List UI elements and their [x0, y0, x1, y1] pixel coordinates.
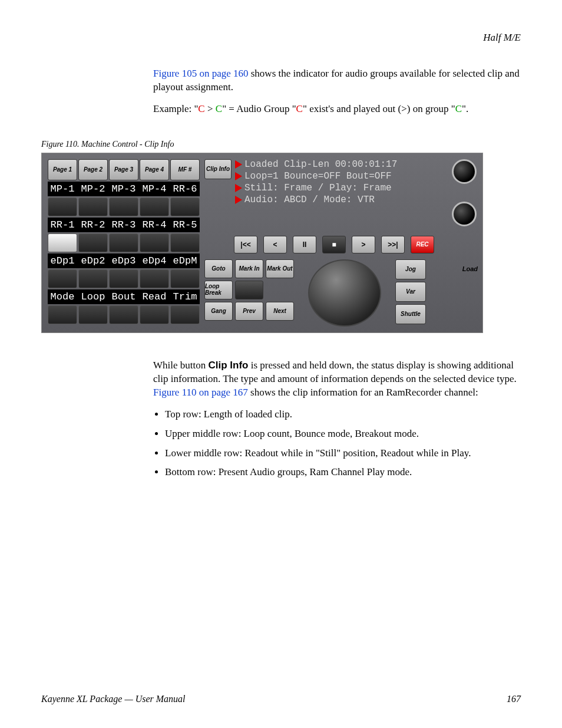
jog-button[interactable]: Jog [395, 259, 426, 279]
next-button[interactable]: Next [266, 302, 294, 321]
mf-button[interactable]: MF # [170, 159, 200, 180]
shuttle-button[interactable]: Shuttle [395, 304, 426, 324]
figure-caption: Figure 110. Machine Control - Clip Info [41, 140, 521, 149]
mode-button-row [48, 305, 200, 324]
clip-info-button[interactable]: Clip Info [204, 159, 232, 179]
blank-button[interactable] [235, 281, 263, 299]
row3-label: eDp3 [109, 255, 138, 266]
triangle-icon [235, 184, 242, 192]
row1-label: RR-6 [170, 183, 200, 195]
mp-4-button[interactable] [140, 197, 169, 216]
rr-6-button[interactable] [170, 197, 200, 216]
edp-1-button[interactable] [48, 269, 77, 288]
rr-4-button[interactable] [140, 233, 169, 252]
clip-line-1: Loaded Clip-Len 00:00:01:17 [244, 159, 397, 170]
control-grid: Goto Mark In Mark Out Loop Break Gang Pr… [204, 259, 477, 327]
mark-out-button[interactable]: Mark Out [266, 259, 294, 278]
figure-ref-link[interactable]: Figure 105 on page 160 [153, 68, 248, 79]
bout-button[interactable] [109, 305, 138, 324]
loop-break-button[interactable]: Loop Break [204, 281, 233, 299]
edp-4-button[interactable] [140, 269, 169, 288]
left-panel: Page 1 Page 2 Page 3 Page 4 MF # MP-1 MP… [48, 159, 200, 327]
page-footer: Kayenne XL Package — User Manual 167 [41, 694, 521, 704]
row4-label: Bout [109, 291, 138, 302]
p1-a: While button [153, 360, 208, 371]
back-button[interactable]: < [263, 236, 287, 253]
gt-sep: > [205, 103, 216, 114]
prev-button[interactable]: Prev [235, 302, 263, 321]
gang-button[interactable]: Gang [204, 302, 233, 321]
rr-1-button[interactable] [48, 233, 77, 252]
transport-controls: |<< < II ■ > >>| REC [234, 236, 477, 253]
rec-button[interactable]: REC [411, 236, 434, 253]
triangle-icon [235, 160, 242, 169]
c-red-2: C [296, 103, 303, 114]
pause-button[interactable]: II [293, 236, 316, 253]
mid2-text: " exist's and played out (>) on group " [303, 103, 455, 114]
row2-label: RR-2 [78, 219, 108, 230]
edp-3-button[interactable] [109, 269, 138, 288]
mid-text: " = Audio Group " [222, 103, 296, 114]
page-button-row: Page 1 Page 2 Page 3 Page 4 MF # [48, 159, 200, 180]
row1-label: MP-1 [48, 183, 77, 195]
page-2-button[interactable]: Page 2 [78, 159, 108, 180]
end-text: ". [462, 103, 468, 114]
row4-label: Trim [170, 291, 200, 302]
row3-label: eDp2 [78, 255, 108, 266]
row1-label: MP-3 [109, 183, 138, 195]
edp-button-row [48, 269, 200, 288]
page-4-button[interactable]: Page 4 [140, 159, 169, 180]
clip-status-display: Loaded Clip-Len 00:00:01:17 Loop=1 Bounc… [235, 159, 444, 226]
intro-block: Figure 105 on page 160 shows the indicat… [153, 67, 521, 116]
clip-info-bold: Clip Info [208, 360, 248, 371]
row2-label: RR-5 [170, 219, 200, 230]
row2-label: RR-1 [48, 219, 77, 230]
page-3-button[interactable]: Page 3 [109, 159, 138, 180]
row1-label: MP-4 [140, 183, 169, 195]
row3-label: eDp1 [48, 255, 77, 266]
edp-m-button[interactable] [170, 269, 200, 288]
c-green-2: C [455, 103, 462, 114]
rr-3-button[interactable] [109, 233, 138, 252]
c-red-1: C [198, 103, 204, 114]
mp-label-row: MP-1 MP-2 MP-3 MP-4 RR-6 [48, 182, 200, 196]
jog-wheel[interactable] [308, 259, 381, 327]
rewind-button[interactable]: |<< [234, 236, 257, 253]
clip-line-2: Loop=1 Bounce=OFF Bout=OFF [244, 171, 392, 182]
bullet-list: Top row: Length of loaded clip. Upper mi… [153, 408, 521, 480]
ffwd-button[interactable]: >>| [381, 236, 405, 253]
c-green-1: C [216, 103, 222, 114]
row4-label: Read [140, 291, 169, 302]
rr-5-button[interactable] [170, 233, 200, 252]
page-1-button[interactable]: Page 1 [48, 159, 77, 180]
rr-2-button[interactable] [78, 233, 108, 252]
figure-110-link[interactable]: Figure 110 on page 167 [153, 387, 248, 398]
mode-button[interactable] [48, 305, 77, 324]
machine-control-panel: Page 1 Page 2 Page 3 Page 4 MF # MP-1 MP… [41, 153, 483, 333]
p1-c: shows the clip information for an RamRec… [248, 387, 478, 398]
row3-label: eDpM [170, 255, 200, 266]
footer-title: Kayenne XL Package — User Manual [41, 694, 186, 704]
load-label: Load [462, 265, 478, 272]
top-knob[interactable] [452, 159, 477, 184]
play-button[interactable]: > [352, 236, 375, 253]
edp-2-button[interactable] [78, 269, 108, 288]
page-number: 167 [507, 694, 521, 704]
mp-3-button[interactable] [109, 197, 138, 216]
mark-in-button[interactable]: Mark In [235, 259, 263, 278]
second-knob[interactable] [452, 202, 477, 226]
clip-line-3: Still: Frame / Play: Frame [244, 183, 392, 193]
trim-button[interactable] [170, 305, 200, 324]
bullet-item: Bottom row: Present Audio groups, Ram Ch… [165, 466, 521, 479]
section-header: Half M/E [41, 32, 521, 44]
goto-button[interactable]: Goto [204, 259, 233, 278]
var-button[interactable]: Var [395, 282, 426, 302]
row1-label: MP-2 [78, 183, 108, 195]
rr-label-row: RR-1 RR-2 RR-3 RR-4 RR-5 [48, 218, 200, 232]
read-button[interactable] [140, 305, 169, 324]
mp-1-button[interactable] [48, 197, 77, 216]
loop-button[interactable] [78, 305, 108, 324]
bullet-item: Lower middle row: Readout while in "Stil… [165, 447, 521, 460]
mp-2-button[interactable] [78, 197, 108, 216]
stop-button[interactable]: ■ [322, 236, 346, 253]
